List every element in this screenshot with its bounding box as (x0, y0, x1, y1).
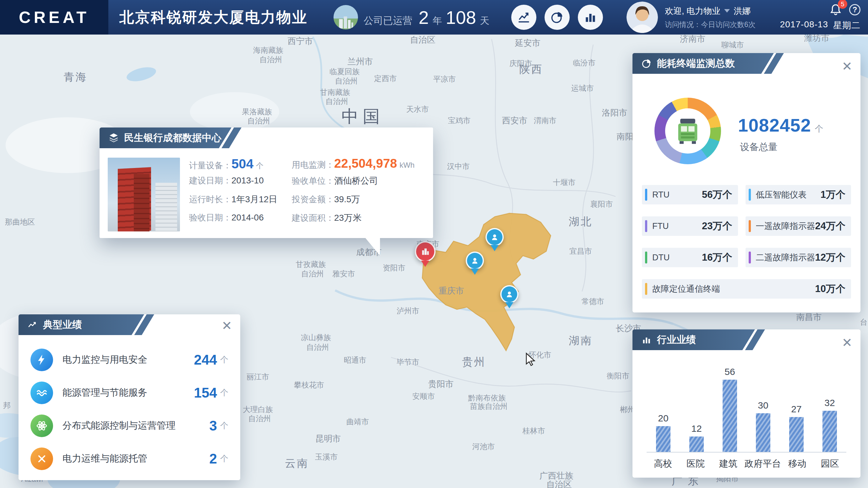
field-value: 504 (231, 156, 253, 172)
header-toolbar (511, 5, 603, 30)
performance-row[interactable]: 分布式能源控制与运营管理 3 个 (30, 409, 228, 442)
pie-icon (641, 58, 652, 69)
map-label: 苗族自治州 (470, 401, 507, 411)
map-label: 临夏回族 (330, 67, 360, 77)
operating-days-unit: 天 (480, 14, 489, 27)
info-field: 运行时长：1年3月12日 (189, 193, 277, 212)
stat-accent (749, 189, 751, 201)
performance-row[interactable]: 电力运维与能源托管 2 个 (30, 442, 228, 475)
header-corner: 5 ? 2017-08-13 星期二 (780, 2, 861, 31)
visits-text: 访问情况：今日访问次数6次 (665, 20, 755, 30)
map-label: 西宁市 (288, 35, 313, 47)
info-right-column: 用电监测：22,504,978kWh 验收单位：酒仙桥公司 投资金额：39.5万… (292, 156, 414, 231)
map-label: 昆明市 (315, 433, 341, 444)
site-info-card: 民生银行成都数据中心 计量设备：504个 建设日期：2013-10 运行时长：1… (99, 127, 433, 238)
close-button[interactable]: ✕ (842, 336, 852, 349)
trend-icon (27, 319, 38, 330)
operating-years: 2 (418, 7, 429, 28)
map-label: 陕西 (519, 62, 543, 77)
company-building-icon (334, 5, 358, 30)
map-label: 自治州 (301, 269, 324, 279)
info-field: 建设日期：2013-10 (189, 175, 277, 193)
stat-label: 低压智能仪表 (756, 189, 820, 200)
map-label: 西安市 (502, 115, 528, 126)
stat-accent (645, 220, 647, 232)
performance-unit: 个 (220, 420, 228, 431)
performance-value: 3 (210, 418, 217, 434)
trend-chart-button[interactable] (511, 5, 536, 30)
performance-row[interactable]: 能源管理与节能服务 154 个 (30, 376, 228, 409)
dashboard: 青海西宁市海南藏族自治州自治区延安市济南市聊城市潍坊市兰州市临汾市临夏回族自治州… (0, 0, 868, 488)
map-label: 果洛藏族 (242, 107, 272, 117)
map-label: 定西市 (374, 73, 397, 84)
user-pin[interactable] (486, 228, 504, 251)
map-label: 自治州 (259, 55, 282, 65)
performance-row[interactable]: 电力监控与用电安全 244 个 (30, 343, 228, 376)
bar-group: 30 (746, 400, 780, 452)
close-button[interactable]: ✕ (221, 319, 232, 332)
map-label: 中国 (341, 105, 384, 128)
map-label: 雅安市 (333, 269, 355, 279)
map-label: 重庆市 (439, 285, 464, 297)
field-value: 23万米 (334, 212, 362, 224)
map-label: 平凉市 (433, 74, 456, 84)
stat-cell: 二遥故障指示器12万个 (746, 248, 851, 267)
device-total-block: 1082452个 设备总量 (738, 115, 824, 154)
map-label: 宜昌市 (569, 246, 592, 256)
map-label: 自治州 (307, 342, 329, 352)
info-field: 验收日期：2014-06 (189, 212, 277, 231)
map-label: 台 (860, 317, 867, 327)
bar-group: 27 (780, 404, 813, 452)
device-total-unit: 个 (815, 124, 824, 133)
bar-value: 20 (658, 413, 668, 424)
notification-bell-icon[interactable]: 5 (829, 3, 842, 16)
field-label: 验收日期： (189, 212, 231, 223)
map-label: 汉中市 (447, 161, 469, 172)
map-label: 河池市 (472, 441, 495, 452)
terminal-panel-header: 能耗终端监测总数 (632, 53, 774, 74)
logo[interactable]: CREAT (0, 0, 108, 34)
industry-labels: 高校医院建筑政府平台移动园区 (647, 458, 846, 470)
stat-accent (645, 283, 647, 295)
map-label: 济南市 (680, 33, 705, 44)
map-label: 自治区 (410, 34, 436, 45)
help-icon[interactable]: ? (849, 4, 861, 16)
atom-icon (30, 415, 53, 437)
device-total: 1082452 (738, 115, 811, 135)
stat-accent (749, 220, 751, 232)
industry-title: 行业业绩 (657, 333, 696, 346)
performance-panel-header: 典型业绩 (19, 314, 144, 335)
performance-label: 分布式能源控制与运营管理 (62, 419, 210, 432)
performance-unit: 个 (220, 453, 228, 464)
map-label: 那曲地区 (5, 217, 35, 227)
field-label: 建设面积： (292, 212, 334, 223)
performance-value: 154 (194, 385, 217, 401)
field-label: 运行时长： (189, 194, 231, 205)
pie-chart-button[interactable] (545, 5, 570, 30)
stat-label: 一遥故障指示器 (756, 220, 815, 232)
user-avatar[interactable] (626, 2, 658, 33)
user-pin[interactable] (466, 251, 484, 275)
site-pin[interactable] (415, 241, 436, 267)
donut-chart-wrap (654, 98, 721, 164)
user-pin[interactable] (500, 285, 519, 308)
map-label: 青海 (63, 70, 87, 85)
close-button[interactable]: ✕ (842, 60, 852, 72)
map-label: 运城市 (571, 83, 594, 93)
field-value: 2013-10 (231, 176, 264, 186)
map-label: 衡阳市 (607, 371, 629, 381)
stat-cell: 低压智能仪表1万个 (746, 185, 851, 205)
map-label: 湖北 (569, 214, 593, 229)
map-label: 十堰市 (553, 177, 576, 187)
performance-unit: 个 (220, 387, 228, 398)
bar-label: 园区 (814, 458, 846, 470)
map-label: 泸州市 (397, 306, 419, 316)
map-label: 常德市 (582, 297, 604, 306)
bar (756, 413, 770, 452)
user-name[interactable]: 洪娜 (734, 5, 750, 17)
stat-accent (645, 251, 647, 264)
dropdown-caret-icon[interactable] (724, 9, 730, 12)
bar-label: 移动 (781, 458, 814, 470)
bar-chart-button[interactable] (578, 5, 603, 30)
map-label: 自治州 (248, 414, 271, 424)
